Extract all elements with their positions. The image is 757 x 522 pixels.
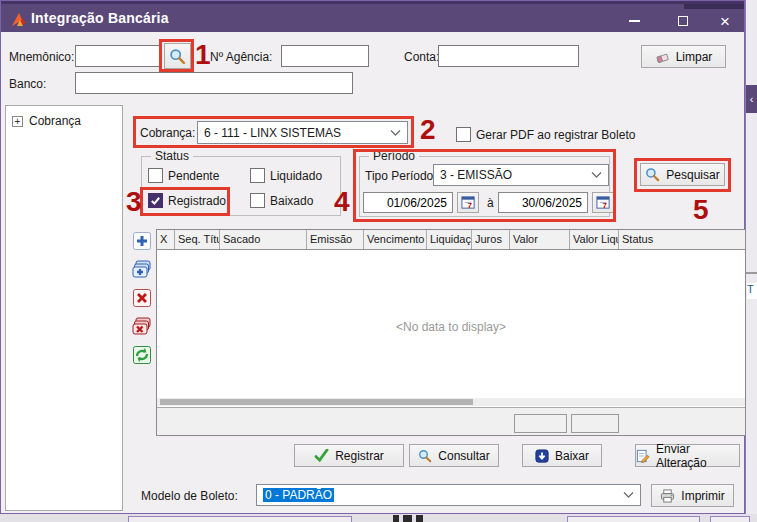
annotation-number-5: 5	[693, 194, 709, 226]
baixado-checkbox[interactable]: Baixado	[250, 193, 313, 208]
chevron-down-icon	[390, 129, 401, 136]
tree-panel: + Cobrança	[5, 105, 123, 511]
pesquisar-label: Pesquisar	[666, 168, 719, 182]
chevron-down-icon	[591, 172, 602, 179]
date-to-input[interactable]	[498, 192, 588, 213]
maximize-button[interactable]	[663, 7, 703, 35]
column-header[interactable]: X	[157, 230, 175, 249]
column-header[interactable]: Sacado	[220, 230, 307, 249]
banco-input[interactable]	[75, 72, 353, 94]
annotation-number-3: 3	[126, 186, 142, 218]
modelo-boleto-select[interactable]: 0 - PADRÃO	[256, 484, 641, 506]
search-icon	[169, 48, 186, 65]
baixar-button[interactable]: Baixar	[522, 444, 602, 467]
liquidado-label: Liquidado	[270, 169, 322, 183]
column-header[interactable]: Liquidação	[427, 230, 472, 249]
tipo-periodo-label: Tipo Período:	[365, 169, 437, 183]
minimize-button[interactable]	[614, 7, 654, 35]
search-button[interactable]	[164, 43, 191, 69]
add-multiple-button[interactable]	[131, 258, 153, 280]
date-to-picker-button[interactable]: 7	[592, 192, 614, 213]
column-header[interactable]: Seq. Títul	[175, 230, 220, 249]
checkbox-box[interactable]	[456, 127, 471, 142]
limpar-label: Limpar	[676, 50, 713, 64]
delete-multiple-icon	[132, 316, 153, 337]
imprimir-button[interactable]: Imprimir	[651, 484, 734, 507]
grid-empty-message: <No data to display>	[157, 320, 745, 334]
mnemonico-input[interactable]	[75, 45, 161, 67]
background-fragment	[567, 516, 700, 522]
close-button[interactable]: ×	[705, 7, 745, 35]
column-header[interactable]: Juros	[472, 230, 510, 249]
titlebar: Integração Bancária ×	[1, 1, 744, 32]
column-header[interactable]: Valor	[510, 230, 570, 249]
delete-multiple-button[interactable]	[131, 315, 153, 337]
background-fragment	[393, 515, 399, 522]
checkbox-box[interactable]	[250, 193, 265, 208]
checkbox-box[interactable]	[148, 193, 163, 208]
date-from-picker-button[interactable]: 7	[457, 192, 479, 213]
agencia-input[interactable]	[281, 45, 369, 67]
download-icon	[535, 449, 549, 463]
registrar-button[interactable]: Registrar	[294, 444, 404, 467]
registrado-checkbox[interactable]: Registrado	[148, 193, 226, 208]
liquidado-checkbox[interactable]: Liquidado	[250, 168, 322, 183]
tree-node-cobranca[interactable]: + Cobrança	[12, 114, 81, 128]
background-window-right-edge	[745, 0, 757, 522]
delete-row-button[interactable]	[131, 287, 153, 309]
add-icon	[132, 231, 152, 251]
footer-summary-cell	[514, 414, 567, 433]
background-fragment	[710, 516, 750, 522]
modelo-boleto-label: Modelo de Boleto:	[141, 489, 238, 503]
pesquisar-button[interactable]: Pesquisar	[640, 163, 725, 186]
baixado-label: Baixado	[270, 194, 313, 208]
check-icon	[314, 449, 329, 462]
annotation-number-2: 2	[420, 114, 436, 146]
pendente-checkbox[interactable]: Pendente	[148, 168, 219, 183]
svg-text:7: 7	[602, 201, 607, 210]
refresh-button[interactable]	[131, 344, 153, 366]
column-header[interactable]: Emissão	[307, 230, 364, 249]
limpar-button[interactable]: Limpar	[641, 45, 726, 68]
horizontal-scrollbar[interactable]	[157, 398, 745, 406]
cobranca-label: Cobrança:	[140, 126, 195, 140]
annotation-number-1: 1	[195, 39, 211, 71]
registrar-label: Registrar	[335, 449, 384, 463]
background-text-fragment: T	[747, 283, 757, 299]
date-from-input[interactable]	[363, 192, 453, 213]
search-icon	[418, 449, 432, 463]
conta-input[interactable]	[438, 45, 579, 67]
scrollbar-thumb[interactable]	[160, 399, 473, 405]
column-header[interactable]: Vencimento	[364, 230, 427, 249]
mnemonico-label: Mnemônico:	[9, 50, 74, 64]
boletos-grid[interactable]: X Seq. Títul Sacado Emissão Vencimento L…	[156, 229, 746, 436]
tree-expand-icon[interactable]: +	[12, 116, 23, 127]
column-header[interactable]: Status	[619, 230, 745, 249]
pendente-label: Pendente	[168, 169, 219, 183]
refresh-icon	[132, 345, 152, 365]
calendar-icon: 7	[596, 195, 611, 210]
edit-document-icon	[636, 449, 650, 463]
grid-header: X Seq. Títul Sacado Emissão Vencimento L…	[157, 230, 745, 250]
consultar-button[interactable]: Consultar	[409, 444, 499, 467]
tipo-periodo-select[interactable]: 3 - EMISSÃO	[433, 164, 609, 186]
status-group-title: Status	[151, 149, 193, 163]
cobranca-select[interactable]: 6 - 111 - LINX SISTEMAS	[197, 121, 408, 144]
checkbox-box[interactable]	[148, 168, 163, 183]
enviar-alteracao-button[interactable]: Enviar Alteração	[635, 444, 740, 467]
screen: ‹ T Integração Bancária × Mnemônico:	[0, 0, 757, 522]
collapse-panel-icon[interactable]: ‹	[746, 85, 757, 113]
column-header[interactable]: Valor Liquic	[570, 230, 619, 249]
calendar-icon: 7	[461, 195, 476, 210]
gerar-pdf-checkbox[interactable]: Gerar PDF ao registrar Boleto	[456, 127, 635, 142]
integracao-bancaria-window: Integração Bancária × Mnemônico: Nº Agên…	[0, 0, 745, 514]
consultar-label: Consultar	[438, 449, 489, 463]
window-title: Integração Bancária	[31, 10, 169, 26]
checkbox-box[interactable]	[250, 168, 265, 183]
background-fragment	[128, 516, 352, 522]
baixar-label: Baixar	[555, 449, 589, 463]
delete-icon	[132, 288, 152, 308]
printer-icon	[660, 489, 675, 503]
registrado-label: Registrado	[168, 194, 226, 208]
add-row-button[interactable]	[131, 230, 153, 252]
